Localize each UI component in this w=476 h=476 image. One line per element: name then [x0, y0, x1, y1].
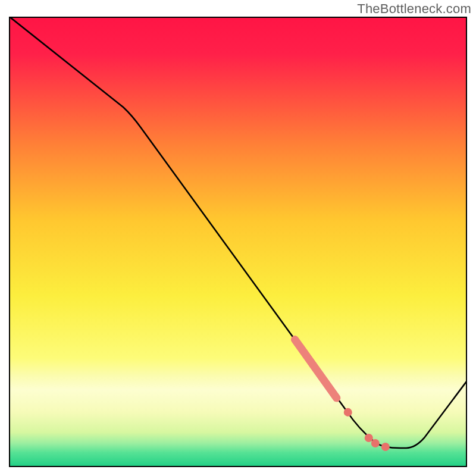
highlight-dot — [344, 408, 352, 416]
bottleneck-curve — [10, 18, 466, 466]
curve-path — [10, 18, 466, 448]
highlight-dot — [371, 439, 380, 447]
plot-area — [9, 17, 467, 467]
highlight-segment-texture — [295, 340, 337, 398]
watermark-text: TheBottleneck.com — [357, 1, 471, 17]
chart-root: TheBottleneck.com — [0, 0, 476, 476]
highlight-dot — [381, 443, 390, 451]
highlight-dot — [365, 434, 373, 442]
